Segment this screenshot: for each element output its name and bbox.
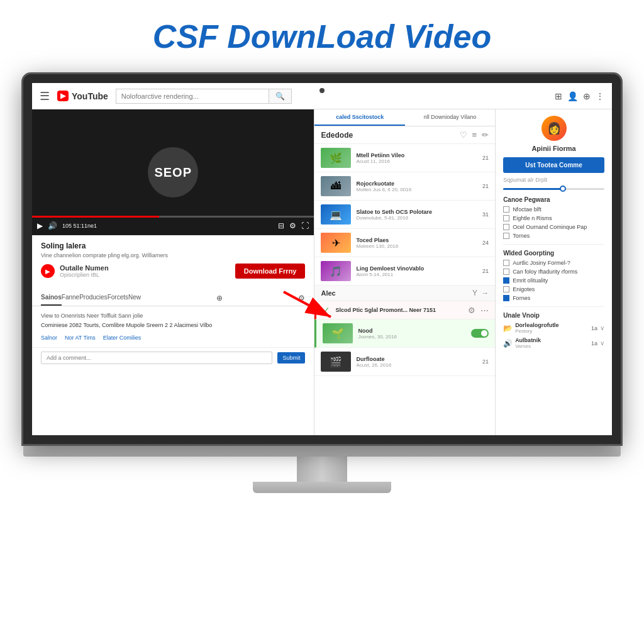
checkbox-1-box[interactable]	[503, 206, 509, 213]
dots-icon[interactable]: ⋮	[596, 91, 604, 101]
right-panel: 👩 Apinii Fiorma Ust Tootea Comme Sqpumat…	[495, 109, 612, 435]
more-icon[interactable]: ⋯	[480, 306, 489, 315]
search-bar: 🔍	[116, 89, 292, 104]
video-progress-bar[interactable]	[32, 216, 314, 218]
resource-2[interactable]: 🔊 Aulbatnik Varnes 1a ∨	[503, 337, 604, 349]
active-check-icon: ✓	[323, 305, 330, 315]
dl-count-4: 24	[482, 240, 489, 246]
checkbox-7-label: Emrit olituality	[513, 277, 548, 284]
toggle-switch[interactable]	[471, 329, 489, 338]
dl-item-3[interactable]: 💻 Slatoe to Seth OCS Polotare Downolube,…	[314, 201, 495, 229]
checkbox-7[interactable]: Emrit olituality	[503, 277, 604, 284]
subtitles-icon[interactable]: ⊟	[278, 221, 284, 230]
tab-producies[interactable]: Producies	[79, 290, 107, 306]
checkbox-5[interactable]: Aurtlic Josiny Formel-?	[503, 260, 604, 266]
slider-thumb[interactable]	[560, 186, 566, 192]
section-arrow-icon[interactable]: →	[481, 289, 489, 297]
checkbox-9[interactable]: Fornes	[503, 295, 604, 301]
slider-track[interactable]	[503, 188, 604, 190]
checkbox-7-box[interactable]	[503, 277, 509, 284]
search-input[interactable]	[116, 89, 269, 104]
ctrl-right: ⊟ ⚙ ⛶	[278, 221, 309, 230]
dl-item-5[interactable]: 🎵 Ling Demloest VinoVablo Alont 5-14, 20…	[314, 257, 495, 286]
tab-new[interactable]: New	[128, 290, 141, 306]
comment-input[interactable]	[41, 352, 272, 364]
heart-icon[interactable]: ♡	[460, 130, 467, 140]
dl-item-2[interactable]: 🏙 Rojocrkuotate Molten Jus 6, 6 20, 0016…	[314, 172, 495, 201]
search-button[interactable]: 🔍	[269, 89, 292, 104]
gear-icon[interactable]: ⚙	[468, 306, 475, 315]
checkbox-8-box[interactable]	[503, 286, 509, 292]
edit-icon[interactable]: ✏	[482, 130, 489, 140]
section2-title: Wlded Goorpting	[503, 250, 604, 257]
time-display: 105 51:11ne1	[62, 223, 97, 229]
dl-thumb-1: 🌿	[321, 148, 351, 168]
grid-icon[interactable]: ⊞	[555, 91, 562, 101]
tab-fanne[interactable]: Fanne	[62, 290, 79, 306]
settings-tab-icon[interactable]: ⚙	[298, 294, 305, 303]
comment-action-1[interactable]: Salnor	[41, 335, 57, 341]
resource-1[interactable]: 📂 Dorlealogrofutle Pestory 1a ∨	[503, 322, 604, 334]
subscribe-button[interactable]: Ust Tootea Comme	[503, 157, 604, 173]
checkbox-9-label: Fornes	[513, 295, 530, 301]
resource-2-sub: Varnes	[515, 343, 541, 349]
dl-thumb-2: 🏙	[321, 176, 351, 196]
video-overlay-text: SEOP	[148, 147, 198, 197]
dl-item-inactive[interactable]: 🎬 Durflooate Acust, 26, 2016 21	[314, 348, 495, 376]
dl-inactive-count: 21	[482, 358, 489, 365]
dl-count-2: 21	[482, 183, 489, 189]
user-name: Apinii Fiorma	[503, 145, 604, 152]
checkbox-1[interactable]: Nfoctae blft	[503, 206, 604, 213]
checkbox-2[interactable]: Eightle n Risms	[503, 215, 604, 221]
screen-content: ☰ ▶ YouTube 🔍 ⊞ 👤 ⊕ ⋮	[32, 83, 612, 435]
dl-item-4[interactable]: ✈ Toced Plaes Molreen 130, 2016 24	[314, 229, 495, 257]
speaker-icon: 🔊	[503, 339, 513, 348]
dl-title-2: Rojocrkuotate	[356, 180, 477, 187]
download-button[interactable]: Download Frrny	[235, 264, 306, 279]
tab-sainos[interactable]: Sainos	[41, 290, 62, 306]
video-player[interactable]: SEOP ▶ 🔊 105 51:11ne1 ⊟ ⚙ ⛶	[32, 109, 314, 235]
checkbox-4-box[interactable]	[503, 233, 509, 239]
volume-icon[interactable]: 🔊	[48, 221, 57, 230]
dl-active-nood[interactable]: 🌱 Nood Juones, 30, 2016	[314, 319, 495, 348]
user-icon[interactable]: 👤	[567, 91, 578, 101]
dl-thumb-5: 🎵	[321, 261, 351, 281]
upload-icon[interactable]: ⊕	[583, 91, 591, 101]
tab-forcets[interactable]: Forcets	[108, 290, 128, 306]
dl-tab-1[interactable]: caled Sscitostock	[314, 109, 404, 126]
comment-action-3[interactable]: Elater Comilies	[103, 335, 142, 341]
checkbox-8[interactable]: Enigotes	[503, 286, 604, 292]
dl-section-name: Alec	[321, 289, 335, 297]
play-icon[interactable]: ▶	[37, 221, 43, 230]
chevron-1-icon[interactable]: ∨	[600, 325, 604, 331]
checkbox-6[interactable]: Can foloy Iftadurity rforms	[503, 269, 604, 275]
dl-active-item[interactable]: ✓ Slcod Ptic Sglal Promont... Neer 7151 …	[314, 301, 495, 319]
channel-info: Outalle Numen Opiscriplien IBL	[60, 264, 230, 278]
dl-info-1: Mtell Petiinn Vileo Acust 11, 2016	[356, 152, 477, 164]
checkbox-2-box[interactable]	[503, 215, 509, 221]
dl-count-1: 21	[482, 155, 489, 161]
checkbox-9-box[interactable]	[503, 295, 509, 301]
menu-icon[interactable]: ☰	[40, 89, 50, 103]
dl-item-1[interactable]: 🌿 Mtell Petiinn Vileo Acust 11, 2016 21	[314, 144, 495, 172]
channel-subs: Opiscriplien IBL	[60, 272, 230, 278]
fullscreen-icon[interactable]: ⛶	[301, 221, 309, 230]
add-tab-icon[interactable]: ⊕	[216, 294, 223, 303]
checkbox-3[interactable]: Ocel Ournand Cominque Pap	[503, 224, 604, 230]
checkbox-3-label: Ocel Ournand Cominque Pap	[513, 224, 587, 230]
dl-active-icons: ⚙ ⋯	[468, 306, 489, 315]
comment-action-2[interactable]: Nor AT Tims	[65, 335, 96, 341]
chevron-2-icon[interactable]: ∨	[600, 340, 604, 347]
download-manager: caled Sscitostock nll Downioday Vilano E…	[314, 109, 495, 435]
monitor-stand-base	[253, 482, 391, 493]
settings-icon[interactable]: ⚙	[289, 221, 296, 230]
comment-submit[interactable]: Submit	[277, 352, 305, 364]
filter-icon[interactable]: ≡	[472, 130, 477, 140]
checkbox-4[interactable]: Tornes	[503, 233, 604, 239]
checkbox-3-box[interactable]	[503, 224, 509, 230]
checkbox-5-box[interactable]	[503, 260, 509, 266]
checkbox-6-box[interactable]	[503, 269, 509, 275]
section-v-icon[interactable]: Y	[472, 289, 477, 297]
page-title: CSF DownLoad Video	[0, 0, 644, 68]
dl-tab-2[interactable]: nll Downioday Vilano	[405, 109, 495, 126]
